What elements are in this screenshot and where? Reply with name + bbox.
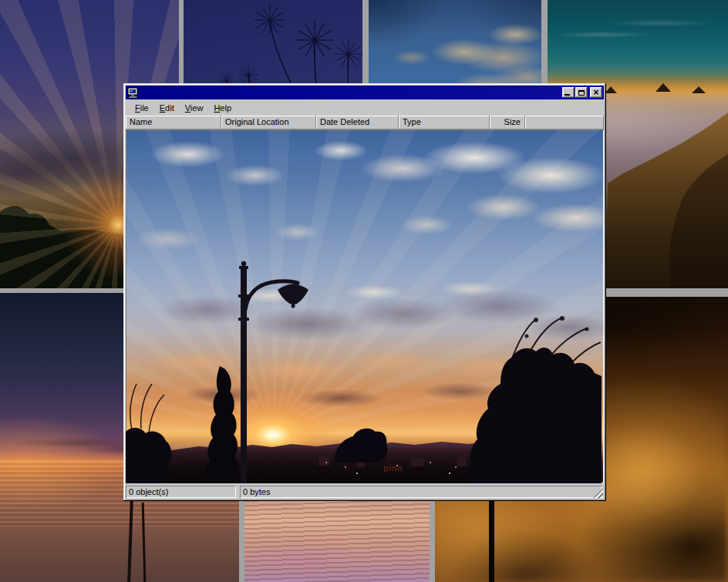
column-header-date-deleted[interactable]: Date Deleted [316,116,399,130]
column-header-type[interactable]: Type [399,116,490,130]
menu-view[interactable]: View [180,102,209,114]
column-header-empty[interactable] [525,116,604,130]
status-object-count: 0 object(s) [126,486,236,498]
menu-edit[interactable]: Edit [154,102,180,114]
minimize-button[interactable] [562,87,575,98]
file-list-viewport[interactable]: pino [126,130,604,483]
recycle-bin-window: × File Edit View Help Name Original Loca… [123,83,606,501]
column-header-name[interactable]: Name [126,116,221,130]
close-icon: × [593,89,598,96]
maximize-icon [578,90,585,96]
menu-help[interactable]: Help [208,102,237,114]
menu-bar: File Edit View Help [126,99,604,116]
column-header-original-location[interactable]: Original Location [221,116,316,130]
status-bar: 0 object(s) 0 bytes [126,483,604,499]
computer-icon [127,87,140,99]
desktop: × File Edit View Help Name Original Loca… [0,0,728,582]
minimize-icon [565,94,570,96]
maximize-button[interactable] [575,87,588,98]
column-header-size[interactable]: Size [490,116,525,130]
sunset-silhouettes [126,130,602,483]
menu-file[interactable]: File [130,102,154,114]
photo-watermark: pino [383,463,403,473]
close-button[interactable]: × [590,87,602,98]
column-header-row: Name Original Location Date Deleted Type… [126,116,604,130]
status-size: 0 bytes [240,486,602,498]
title-bar[interactable]: × [126,86,604,99]
